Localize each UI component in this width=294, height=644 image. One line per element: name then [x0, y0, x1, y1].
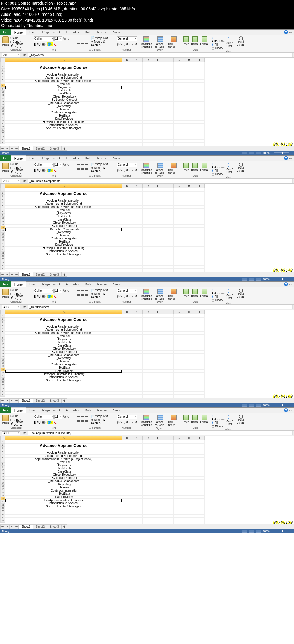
page-layout-view-button[interactable] — [249, 278, 254, 281]
cell-a14[interactable]: _Reporting — [5, 357, 122, 360]
cell-a23[interactable] — [5, 511, 122, 515]
cell-b9[interactable] — [122, 215, 132, 218]
cell-e5[interactable] — [153, 76, 163, 80]
font-color-button[interactable]: A▾ — [54, 295, 57, 298]
cell-e9[interactable] — [153, 215, 163, 218]
cell-f1[interactable] — [163, 314, 174, 318]
row-header-22[interactable]: 22 — [0, 255, 5, 258]
cell-i14[interactable] — [194, 483, 205, 486]
cell-f14[interactable] — [163, 483, 174, 486]
row-header-20[interactable]: 20 — [0, 374, 5, 378]
cell-g6[interactable] — [174, 332, 184, 335]
align-button[interactable] — [81, 289, 85, 291]
col-header-d[interactable]: D — [143, 58, 153, 62]
cell-f8[interactable] — [163, 212, 174, 215]
ribbon-tab-data[interactable]: Data — [82, 407, 94, 413]
cell-h4[interactable] — [184, 199, 194, 202]
col-header-i[interactable]: I — [194, 310, 205, 314]
cell-e9[interactable] — [153, 341, 163, 344]
cell-d24[interactable] — [143, 262, 153, 266]
cell-c6[interactable] — [132, 332, 143, 335]
cell-g13[interactable] — [174, 480, 184, 483]
row-header-7[interactable]: 7 — [0, 459, 5, 463]
cell-h25[interactable] — [184, 140, 194, 143]
cell-h12[interactable] — [184, 477, 194, 480]
cell-g6[interactable] — [174, 206, 184, 209]
cell-d11[interactable] — [143, 347, 153, 351]
cell-c3[interactable] — [132, 70, 143, 73]
cell-h18[interactable] — [184, 243, 194, 247]
cell-a23[interactable] — [5, 385, 122, 388]
cell-f25[interactable] — [163, 518, 174, 521]
cell-b17[interactable] — [122, 492, 132, 496]
cell-g17[interactable] — [174, 366, 184, 370]
align-button[interactable] — [85, 420, 89, 423]
cell-a15[interactable]: _Maven — [5, 360, 122, 363]
cell-c14[interactable] — [132, 483, 143, 486]
cell-b15[interactable] — [122, 108, 132, 111]
cell-e18[interactable] — [153, 117, 163, 121]
cell-c6[interactable] — [132, 458, 143, 461]
cell-h13[interactable] — [184, 228, 194, 231]
cell-b5[interactable] — [122, 202, 132, 206]
cell-e13[interactable] — [153, 102, 163, 105]
cell-g21[interactable] — [174, 253, 184, 256]
col-header-g[interactable]: G — [174, 436, 184, 440]
cell-d21[interactable] — [143, 127, 153, 130]
cell-i25[interactable] — [194, 266, 205, 269]
cell-e4[interactable] — [153, 199, 163, 202]
cell-f18[interactable] — [163, 117, 174, 121]
cell-f12[interactable] — [163, 477, 174, 480]
row-header-11[interactable]: 11 — [0, 472, 5, 475]
cell-i17[interactable] — [194, 492, 205, 496]
cell-b15[interactable] — [122, 486, 132, 489]
cell-f20[interactable] — [163, 376, 174, 379]
align-button[interactable] — [81, 294, 85, 297]
border-button[interactable]: ▦▾ — [42, 421, 46, 424]
ribbon-tab-data[interactable]: Data — [82, 281, 94, 287]
cell-a20[interactable]: Introduction to SeeTest — [5, 124, 122, 127]
row-header-10[interactable]: 10 — [0, 343, 5, 346]
cell-a24[interactable] — [5, 388, 122, 392]
cell-e22[interactable] — [153, 130, 163, 133]
cell-h23[interactable] — [184, 259, 194, 262]
comma-button[interactable]: , — [124, 43, 125, 46]
row-header-23[interactable]: 23 — [0, 258, 5, 261]
cell-f13[interactable] — [163, 228, 174, 231]
cell-b6[interactable] — [122, 80, 132, 83]
cell-e13[interactable] — [153, 354, 163, 357]
cell-a14[interactable]: _Reporting — [5, 231, 122, 234]
align-button[interactable] — [77, 168, 81, 171]
cell-h22[interactable] — [184, 130, 194, 133]
cell-g24[interactable] — [174, 515, 184, 518]
cell-i4[interactable] — [194, 451, 205, 455]
cell-g1[interactable] — [174, 314, 184, 318]
cell-h11[interactable] — [184, 221, 194, 225]
wrap-text-button[interactable]: 📄 Wrap Text — [91, 289, 113, 292]
cell-c4[interactable] — [132, 73, 143, 76]
cell-h5[interactable] — [184, 76, 194, 80]
cell-c7[interactable] — [132, 83, 143, 86]
cell-i17[interactable] — [194, 366, 205, 370]
cell-g16[interactable] — [174, 489, 184, 492]
cell-d3[interactable] — [143, 196, 153, 199]
cell-d2[interactable] — [143, 318, 153, 322]
cell-g12[interactable] — [174, 225, 184, 228]
row-header-5[interactable]: 5 — [0, 201, 5, 204]
cell-d22[interactable] — [143, 130, 153, 133]
cell-c1[interactable] — [132, 314, 143, 318]
cell-h3[interactable] — [184, 448, 194, 451]
cell-f6[interactable] — [163, 458, 174, 461]
increase-decimal-button[interactable]: .0→ — [125, 169, 131, 172]
cell-e25[interactable] — [153, 518, 163, 521]
cell-f5[interactable] — [163, 328, 174, 332]
cell-h1[interactable] — [184, 314, 194, 318]
cell-e12[interactable] — [153, 351, 163, 354]
cell-a9[interactable]: _TestScripts — [5, 89, 122, 92]
cell-h19[interactable] — [184, 247, 194, 250]
ribbon-tab-review[interactable]: Review — [94, 155, 110, 161]
cell-b7[interactable] — [122, 335, 132, 338]
cell-e16[interactable] — [153, 111, 163, 114]
row-header-11[interactable]: 11 — [0, 220, 5, 223]
cell-d6[interactable] — [143, 206, 153, 209]
